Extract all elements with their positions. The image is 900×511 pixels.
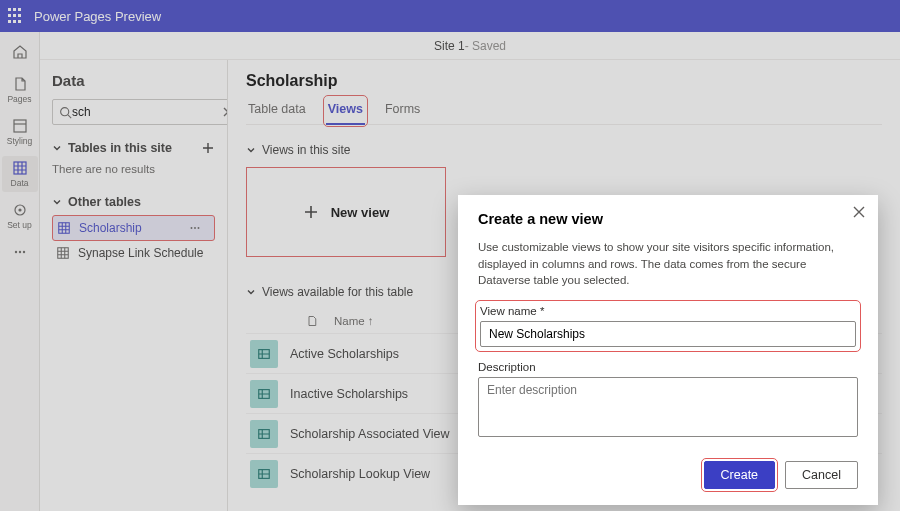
view-name-field-group: View name [478, 303, 858, 349]
description-input[interactable] [478, 377, 858, 437]
description-label: Description [478, 361, 858, 373]
dialog-title: Create a new view [478, 211, 858, 227]
view-name-input[interactable] [480, 321, 856, 347]
create-view-dialog: Create a new view Use customizable views… [458, 195, 878, 505]
cancel-button[interactable]: Cancel [785, 461, 858, 489]
description-field-group: Description [478, 361, 858, 441]
close-icon [852, 205, 866, 219]
dialog-close-button[interactable] [852, 205, 866, 219]
dialog-description: Use customizable views to show your site… [478, 239, 858, 289]
view-name-label: View name [480, 305, 856, 317]
create-button[interactable]: Create [704, 461, 776, 489]
